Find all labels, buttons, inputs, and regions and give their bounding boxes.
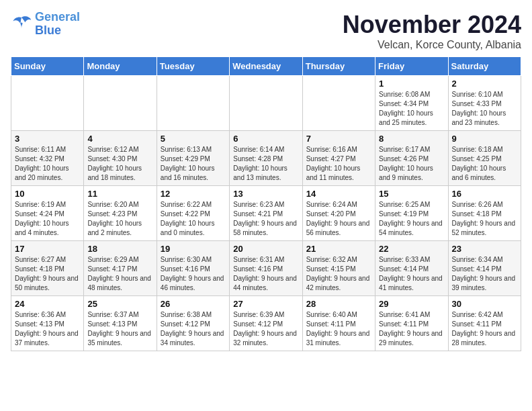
day-number: 2 — [452, 79, 517, 89]
calendar-day-cell: 18Sunrise: 6:29 AM Sunset: 4:17 PM Dayli… — [84, 241, 157, 296]
day-number: 9 — [452, 134, 517, 144]
day-info: Sunrise: 6:38 AM Sunset: 4:12 PM Dayligh… — [161, 310, 226, 348]
calendar-day-cell: 21Sunrise: 6:32 AM Sunset: 4:15 PM Dayli… — [302, 241, 375, 296]
day-info: Sunrise: 6:34 AM Sunset: 4:14 PM Dayligh… — [452, 255, 517, 293]
day-info: Sunrise: 6:26 AM Sunset: 4:18 PM Dayligh… — [452, 200, 517, 238]
weekday-header-cell: Thursday — [302, 57, 375, 76]
calendar: SundayMondayTuesdayWednesdayThursdayFrid… — [11, 56, 521, 351]
calendar-day-cell: 16Sunrise: 6:26 AM Sunset: 4:18 PM Dayli… — [448, 186, 521, 241]
calendar-week-row: 1Sunrise: 6:08 AM Sunset: 4:34 PM Daylig… — [11, 76, 521, 131]
day-number: 14 — [306, 189, 371, 199]
logo: General Blue — [11, 11, 80, 38]
calendar-day-cell: 1Sunrise: 6:08 AM Sunset: 4:34 PM Daylig… — [375, 76, 448, 131]
calendar-week-row: 3Sunrise: 6:11 AM Sunset: 4:32 PM Daylig… — [11, 131, 521, 186]
day-info: Sunrise: 6:41 AM Sunset: 4:11 PM Dayligh… — [379, 310, 444, 348]
calendar-day-cell: 30Sunrise: 6:42 AM Sunset: 4:11 PM Dayli… — [448, 296, 521, 351]
day-number: 1 — [379, 79, 444, 89]
day-info: Sunrise: 6:17 AM Sunset: 4:26 PM Dayligh… — [379, 145, 444, 183]
header: General Blue November 2024 Velcan, Korce… — [11, 11, 521, 51]
calendar-day-cell: 27Sunrise: 6:39 AM Sunset: 4:12 PM Dayli… — [230, 296, 302, 351]
weekday-header-cell: Saturday — [448, 57, 521, 76]
day-number: 23 — [452, 244, 517, 254]
day-info: Sunrise: 6:22 AM Sunset: 4:22 PM Dayligh… — [161, 200, 226, 238]
day-info: Sunrise: 6:31 AM Sunset: 4:16 PM Dayligh… — [233, 255, 298, 293]
day-info: Sunrise: 6:40 AM Sunset: 4:11 PM Dayligh… — [306, 310, 371, 348]
day-info: Sunrise: 6:11 AM Sunset: 4:32 PM Dayligh… — [15, 145, 80, 183]
day-number: 8 — [379, 134, 444, 144]
calendar-day-cell: 19Sunrise: 6:30 AM Sunset: 4:16 PM Dayli… — [157, 241, 229, 296]
day-number: 29 — [379, 299, 444, 309]
calendar-day-cell: 17Sunrise: 6:27 AM Sunset: 4:18 PM Dayli… — [11, 241, 84, 296]
calendar-day-cell: 2Sunrise: 6:10 AM Sunset: 4:33 PM Daylig… — [448, 76, 521, 131]
month-title: November 2024 — [343, 11, 521, 39]
day-number: 18 — [87, 244, 152, 254]
calendar-day-cell: 23Sunrise: 6:34 AM Sunset: 4:14 PM Dayli… — [448, 241, 521, 296]
calendar-day-cell: 5Sunrise: 6:13 AM Sunset: 4:29 PM Daylig… — [157, 131, 229, 186]
day-info: Sunrise: 6:42 AM Sunset: 4:11 PM Dayligh… — [452, 310, 517, 348]
weekday-header-cell: Tuesday — [157, 57, 229, 76]
day-number: 20 — [233, 244, 298, 254]
calendar-body: 1Sunrise: 6:08 AM Sunset: 4:34 PM Daylig… — [11, 76, 521, 351]
logo-text: General Blue — [35, 11, 80, 38]
weekday-header: SundayMondayTuesdayWednesdayThursdayFrid… — [11, 57, 521, 76]
day-number: 19 — [161, 244, 226, 254]
day-number: 17 — [15, 244, 80, 254]
day-number: 27 — [233, 299, 298, 309]
calendar-day-cell — [230, 76, 302, 131]
calendar-week-row: 10Sunrise: 6:19 AM Sunset: 4:24 PM Dayli… — [11, 186, 521, 241]
day-info: Sunrise: 6:16 AM Sunset: 4:27 PM Dayligh… — [306, 145, 371, 183]
calendar-day-cell — [84, 76, 157, 131]
calendar-day-cell: 8Sunrise: 6:17 AM Sunset: 4:26 PM Daylig… — [375, 131, 448, 186]
day-number: 15 — [379, 189, 444, 199]
calendar-day-cell: 6Sunrise: 6:14 AM Sunset: 4:28 PM Daylig… — [230, 131, 302, 186]
calendar-day-cell: 14Sunrise: 6:24 AM Sunset: 4:20 PM Dayli… — [302, 186, 375, 241]
day-info: Sunrise: 6:33 AM Sunset: 4:14 PM Dayligh… — [379, 255, 444, 293]
calendar-day-cell: 12Sunrise: 6:22 AM Sunset: 4:22 PM Dayli… — [157, 186, 229, 241]
weekday-header-cell: Wednesday — [230, 57, 302, 76]
day-info: Sunrise: 6:25 AM Sunset: 4:19 PM Dayligh… — [379, 200, 444, 238]
calendar-day-cell: 24Sunrise: 6:36 AM Sunset: 4:13 PM Dayli… — [11, 296, 84, 351]
day-number: 12 — [161, 189, 226, 199]
calendar-week-row: 24Sunrise: 6:36 AM Sunset: 4:13 PM Dayli… — [11, 296, 521, 351]
calendar-day-cell: 20Sunrise: 6:31 AM Sunset: 4:16 PM Dayli… — [230, 241, 302, 296]
day-info: Sunrise: 6:27 AM Sunset: 4:18 PM Dayligh… — [15, 255, 80, 293]
day-info: Sunrise: 6:30 AM Sunset: 4:16 PM Dayligh… — [161, 255, 226, 293]
day-number: 25 — [87, 299, 152, 309]
calendar-day-cell: 26Sunrise: 6:38 AM Sunset: 4:12 PM Dayli… — [157, 296, 229, 351]
day-info: Sunrise: 6:13 AM Sunset: 4:29 PM Dayligh… — [161, 145, 226, 183]
day-number: 11 — [87, 189, 152, 199]
day-number: 22 — [379, 244, 444, 254]
calendar-day-cell: 10Sunrise: 6:19 AM Sunset: 4:24 PM Dayli… — [11, 186, 84, 241]
day-info: Sunrise: 6:32 AM Sunset: 4:15 PM Dayligh… — [306, 255, 371, 293]
day-number: 10 — [15, 189, 80, 199]
day-number: 30 — [452, 299, 517, 309]
calendar-day-cell: 29Sunrise: 6:41 AM Sunset: 4:11 PM Dayli… — [375, 296, 448, 351]
day-info: Sunrise: 6:10 AM Sunset: 4:33 PM Dayligh… — [452, 90, 517, 128]
weekday-header-cell: Monday — [84, 57, 157, 76]
day-info: Sunrise: 6:12 AM Sunset: 4:30 PM Dayligh… — [87, 145, 152, 183]
calendar-day-cell: 25Sunrise: 6:37 AM Sunset: 4:13 PM Dayli… — [84, 296, 157, 351]
day-info: Sunrise: 6:24 AM Sunset: 4:20 PM Dayligh… — [306, 200, 371, 238]
calendar-day-cell — [302, 76, 375, 131]
day-number: 16 — [452, 189, 517, 199]
day-number: 24 — [15, 299, 80, 309]
calendar-week-row: 17Sunrise: 6:27 AM Sunset: 4:18 PM Dayli… — [11, 241, 521, 296]
weekday-header-cell: Sunday — [11, 57, 84, 76]
calendar-day-cell: 22Sunrise: 6:33 AM Sunset: 4:14 PM Dayli… — [375, 241, 448, 296]
day-info: Sunrise: 6:18 AM Sunset: 4:25 PM Dayligh… — [452, 145, 517, 183]
calendar-day-cell: 13Sunrise: 6:23 AM Sunset: 4:21 PM Dayli… — [230, 186, 302, 241]
calendar-day-cell: 28Sunrise: 6:40 AM Sunset: 4:11 PM Dayli… — [302, 296, 375, 351]
day-info: Sunrise: 6:36 AM Sunset: 4:13 PM Dayligh… — [15, 310, 80, 348]
logo-icon — [11, 15, 32, 34]
day-number: 13 — [233, 189, 298, 199]
day-number: 5 — [161, 134, 226, 144]
day-number: 28 — [306, 299, 371, 309]
day-info: Sunrise: 6:20 AM Sunset: 4:23 PM Dayligh… — [87, 200, 152, 238]
day-info: Sunrise: 6:19 AM Sunset: 4:24 PM Dayligh… — [15, 200, 80, 238]
location-title: Velcan, Korce County, Albania — [343, 39, 521, 51]
calendar-day-cell: 9Sunrise: 6:18 AM Sunset: 4:25 PM Daylig… — [448, 131, 521, 186]
day-info: Sunrise: 6:37 AM Sunset: 4:13 PM Dayligh… — [87, 310, 152, 348]
title-area: November 2024 Velcan, Korce County, Alba… — [343, 11, 521, 51]
calendar-day-cell: 7Sunrise: 6:16 AM Sunset: 4:27 PM Daylig… — [302, 131, 375, 186]
calendar-day-cell: 4Sunrise: 6:12 AM Sunset: 4:30 PM Daylig… — [84, 131, 157, 186]
